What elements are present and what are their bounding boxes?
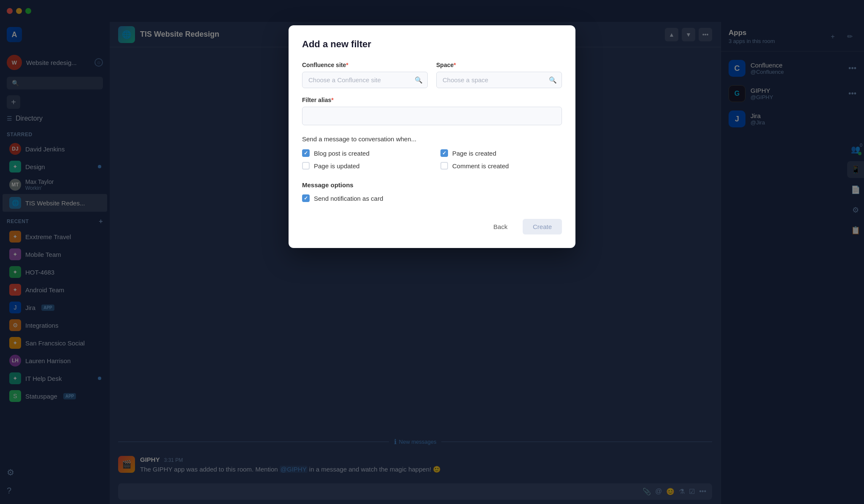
checkbox-notification-card[interactable]: Send notification as card — [302, 194, 562, 202]
confluence-site-group: Confluence site* 🔍 — [302, 62, 428, 88]
space-group: Space* 🔍 — [436, 62, 562, 88]
filter-alias-label: Filter alias* — [302, 97, 562, 103]
modal-footer: Back Create — [302, 219, 562, 234]
modal-title: Add a new filter — [302, 39, 562, 50]
checkbox-comment-created[interactable]: Comment is created — [440, 162, 562, 170]
modal-dialog: Add a new filter Confluence site* 🔍 Spac… — [289, 25, 575, 248]
space-label: Space* — [436, 62, 562, 68]
send-message-heading: Send a message to conversation when... — [302, 135, 562, 143]
search-icon: 🔍 — [549, 76, 557, 84]
create-button[interactable]: Create — [523, 219, 562, 234]
checkbox-page-created[interactable]: Page is created — [440, 149, 562, 157]
checkbox-grid: Blog post is created Page is created Pag… — [302, 149, 562, 170]
checkbox-icon — [440, 162, 448, 170]
checkbox-icon — [302, 194, 310, 202]
checkbox-icon — [302, 149, 310, 157]
modal-overlay: Add a new filter Confluence site* 🔍 Spac… — [0, 0, 864, 504]
space-input[interactable] — [436, 72, 562, 88]
back-button[interactable]: Back — [483, 219, 518, 234]
space-wrap: 🔍 — [436, 72, 562, 88]
checkbox-icon — [440, 149, 448, 157]
checkbox-icon — [302, 162, 310, 170]
checkbox-blog-post[interactable]: Blog post is created — [302, 149, 424, 157]
confluence-site-input[interactable] — [302, 72, 428, 88]
filter-alias-group: Filter alias* — [302, 97, 562, 125]
checkbox-page-updated[interactable]: Page is updated — [302, 162, 424, 170]
confluence-site-wrap: 🔍 — [302, 72, 428, 88]
form-row-top: Confluence site* 🔍 Space* 🔍 — [302, 62, 562, 88]
confluence-site-label: Confluence site* — [302, 62, 428, 68]
search-icon: 🔍 — [415, 76, 423, 84]
filter-alias-input[interactable] — [302, 107, 562, 125]
message-options-label: Message options — [302, 181, 562, 189]
